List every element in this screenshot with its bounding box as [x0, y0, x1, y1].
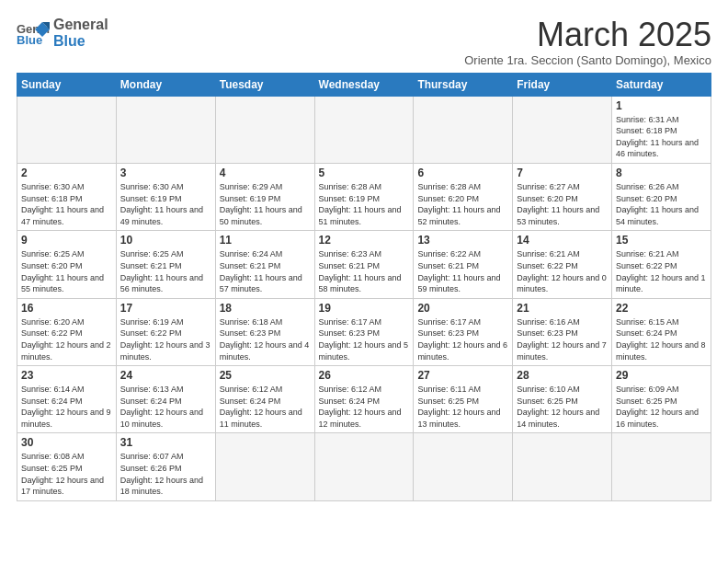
day-number: 20 [417, 302, 508, 315]
col-sunday: Sunday [17, 73, 117, 96]
logo: General Blue General Blue [17, 17, 108, 51]
day-info: Sunrise: 6:25 AM Sunset: 6:21 PM Dayligh… [120, 248, 211, 294]
day-info: Sunrise: 6:11 AM Sunset: 6:25 PM Dayligh… [417, 384, 508, 430]
day-cell: 20Sunrise: 6:17 AM Sunset: 6:23 PM Dayli… [414, 298, 513, 365]
day-info: Sunrise: 6:14 AM Sunset: 6:24 PM Dayligh… [21, 384, 112, 430]
day-info: Sunrise: 6:25 AM Sunset: 6:20 PM Dayligh… [21, 248, 112, 294]
week-row-2: 2Sunrise: 6:30 AM Sunset: 6:18 PM Daylig… [17, 163, 711, 230]
day-info: Sunrise: 6:26 AM Sunset: 6:20 PM Dayligh… [616, 181, 707, 227]
week-row-3: 9Sunrise: 6:25 AM Sunset: 6:20 PM Daylig… [17, 231, 711, 298]
day-cell: 18Sunrise: 6:18 AM Sunset: 6:23 PM Dayli… [215, 298, 314, 365]
day-cell: 9Sunrise: 6:25 AM Sunset: 6:20 PM Daylig… [17, 231, 117, 298]
col-saturday: Saturday [612, 73, 711, 96]
day-cell: 29Sunrise: 6:09 AM Sunset: 6:25 PM Dayli… [612, 366, 711, 433]
day-info: Sunrise: 6:30 AM Sunset: 6:18 PM Dayligh… [21, 181, 112, 227]
day-number: 16 [21, 302, 112, 315]
day-info: Sunrise: 6:09 AM Sunset: 6:25 PM Dayligh… [616, 384, 707, 430]
day-cell: 17Sunrise: 6:19 AM Sunset: 6:22 PM Dayli… [116, 298, 215, 365]
day-cell: 6Sunrise: 6:28 AM Sunset: 6:20 PM Daylig… [414, 163, 513, 230]
week-row-5: 23Sunrise: 6:14 AM Sunset: 6:24 PM Dayli… [17, 366, 711, 433]
logo-general: General [53, 17, 108, 33]
day-number: 11 [220, 234, 311, 247]
calendar-table: Sunday Monday Tuesday Wednesday Thursday… [17, 73, 711, 501]
day-cell: 26Sunrise: 6:12 AM Sunset: 6:24 PM Dayli… [314, 366, 414, 433]
day-info: Sunrise: 6:20 AM Sunset: 6:22 PM Dayligh… [21, 316, 112, 362]
day-info: Sunrise: 6:17 AM Sunset: 6:23 PM Dayligh… [417, 316, 508, 362]
day-number: 26 [319, 369, 410, 382]
day-cell: 31Sunrise: 6:07 AM Sunset: 6:26 PM Dayli… [116, 433, 215, 500]
svg-text:Blue: Blue [17, 33, 42, 46]
col-monday: Monday [116, 73, 215, 96]
day-cell [314, 433, 414, 500]
day-cell: 21Sunrise: 6:16 AM Sunset: 6:23 PM Dayli… [513, 298, 612, 365]
day-number: 24 [120, 369, 211, 382]
col-thursday: Thursday [414, 73, 513, 96]
day-number: 29 [616, 369, 707, 382]
day-cell [116, 96, 215, 163]
subtitle: Oriente 1ra. Seccion (Santo Domingo), Me… [464, 53, 711, 67]
day-info: Sunrise: 6:27 AM Sunset: 6:20 PM Dayligh… [517, 181, 608, 227]
day-cell [513, 433, 612, 500]
day-number: 19 [319, 302, 410, 315]
day-info: Sunrise: 6:16 AM Sunset: 6:23 PM Dayligh… [517, 316, 608, 362]
day-info: Sunrise: 6:10 AM Sunset: 6:25 PM Dayligh… [517, 384, 608, 430]
day-number: 18 [220, 302, 311, 315]
day-number: 5 [319, 167, 410, 179]
day-info: Sunrise: 6:29 AM Sunset: 6:19 PM Dayligh… [220, 181, 311, 227]
day-info: Sunrise: 6:21 AM Sunset: 6:22 PM Dayligh… [616, 248, 707, 294]
month-title: March 2025 [464, 17, 711, 53]
col-tuesday: Tuesday [215, 73, 314, 96]
day-info: Sunrise: 6:08 AM Sunset: 6:25 PM Dayligh… [21, 451, 112, 497]
day-info: Sunrise: 6:19 AM Sunset: 6:22 PM Dayligh… [120, 316, 211, 362]
day-number: 6 [417, 167, 508, 179]
day-info: Sunrise: 6:22 AM Sunset: 6:21 PM Dayligh… [417, 248, 508, 294]
day-cell: 19Sunrise: 6:17 AM Sunset: 6:23 PM Dayli… [314, 298, 414, 365]
day-number: 2 [21, 167, 112, 179]
day-info: Sunrise: 6:28 AM Sunset: 6:19 PM Dayligh… [319, 181, 410, 227]
day-cell: 24Sunrise: 6:13 AM Sunset: 6:24 PM Dayli… [116, 366, 215, 433]
day-cell: 27Sunrise: 6:11 AM Sunset: 6:25 PM Dayli… [414, 366, 513, 433]
week-row-4: 16Sunrise: 6:20 AM Sunset: 6:22 PM Dayli… [17, 298, 711, 365]
day-cell: 4Sunrise: 6:29 AM Sunset: 6:19 PM Daylig… [215, 163, 314, 230]
day-number: 22 [616, 302, 707, 315]
day-number: 7 [517, 167, 608, 179]
day-number: 1 [616, 99, 707, 112]
week-row-6: 30Sunrise: 6:08 AM Sunset: 6:25 PM Dayli… [17, 433, 711, 500]
day-cell: 13Sunrise: 6:22 AM Sunset: 6:21 PM Dayli… [414, 231, 513, 298]
day-number: 13 [417, 234, 508, 247]
col-friday: Friday [513, 73, 612, 96]
day-cell: 22Sunrise: 6:15 AM Sunset: 6:24 PM Dayli… [612, 298, 711, 365]
day-cell: 1Sunrise: 6:31 AM Sunset: 6:18 PM Daylig… [612, 96, 711, 163]
day-cell [17, 96, 117, 163]
day-number: 14 [517, 234, 608, 247]
day-cell: 14Sunrise: 6:21 AM Sunset: 6:22 PM Dayli… [513, 231, 612, 298]
day-cell: 10Sunrise: 6:25 AM Sunset: 6:21 PM Dayli… [116, 231, 215, 298]
header: General Blue General Blue March 2025 Ori… [17, 17, 711, 67]
day-cell: 3Sunrise: 6:30 AM Sunset: 6:19 PM Daylig… [116, 163, 215, 230]
week-row-1: 1Sunrise: 6:31 AM Sunset: 6:18 PM Daylig… [17, 96, 711, 163]
day-cell: 25Sunrise: 6:12 AM Sunset: 6:24 PM Dayli… [215, 366, 314, 433]
day-number: 30 [21, 436, 112, 449]
day-info: Sunrise: 6:07 AM Sunset: 6:26 PM Dayligh… [120, 451, 211, 497]
calendar-page: General Blue General Blue March 2025 Ori… [0, 0, 728, 563]
day-number: 9 [21, 234, 112, 247]
logo-icon: General Blue [17, 20, 50, 46]
logo-blue: Blue [53, 33, 108, 50]
day-info: Sunrise: 6:18 AM Sunset: 6:23 PM Dayligh… [220, 316, 311, 362]
day-number: 25 [220, 369, 311, 382]
day-cell: 16Sunrise: 6:20 AM Sunset: 6:22 PM Dayli… [17, 298, 117, 365]
day-info: Sunrise: 6:23 AM Sunset: 6:21 PM Dayligh… [319, 248, 410, 294]
day-cell: 5Sunrise: 6:28 AM Sunset: 6:19 PM Daylig… [314, 163, 414, 230]
day-cell [612, 433, 711, 500]
day-info: Sunrise: 6:30 AM Sunset: 6:19 PM Dayligh… [120, 181, 211, 227]
day-number: 28 [517, 369, 608, 382]
day-cell [215, 96, 314, 163]
day-info: Sunrise: 6:24 AM Sunset: 6:21 PM Dayligh… [220, 248, 311, 294]
day-number: 17 [120, 302, 211, 315]
col-wednesday: Wednesday [314, 73, 414, 96]
day-number: 10 [120, 234, 211, 247]
day-cell: 12Sunrise: 6:23 AM Sunset: 6:21 PM Dayli… [314, 231, 414, 298]
day-cell [215, 433, 314, 500]
calendar-header: Sunday Monday Tuesday Wednesday Thursday… [17, 73, 711, 96]
day-number: 12 [319, 234, 410, 247]
